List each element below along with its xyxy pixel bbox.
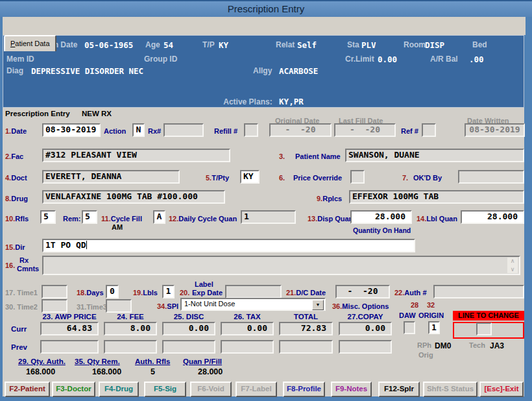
rem-field[interactable]: 5 xyxy=(82,210,97,224)
rx-cmnts-field[interactable]: ∧ ∨ xyxy=(42,256,520,275)
f7-label-button[interactable]: F7-Label xyxy=(236,382,277,397)
f12-splr-button[interactable]: F12-Splr xyxy=(378,382,420,397)
total-header: TOTAL xyxy=(279,313,333,321)
time1-field[interactable] xyxy=(42,285,67,298)
rx-cmnts-label-2: Cmnts xyxy=(17,265,39,273)
origin-field[interactable]: 1 xyxy=(428,321,440,334)
time3-field[interactable] xyxy=(106,299,132,313)
doct-field[interactable]: EVERETT, DEANNA xyxy=(42,170,180,184)
rx-cmnts-label-1: Rx xyxy=(19,256,29,264)
lbl-quan-label: 14.Lbl Quan xyxy=(417,215,457,223)
f5-sig-button[interactable]: F5-Sig xyxy=(144,382,186,397)
lbls-label: 19.Lbls xyxy=(133,289,158,297)
curr-disc-field[interactable]: 0.00 xyxy=(162,322,215,335)
fac-label: 2.Fac xyxy=(5,152,23,160)
f9-notes-button[interactable]: F9-Notes xyxy=(331,382,372,397)
quantity-on-hand-note: Quantity On Hand xyxy=(353,226,411,234)
fac-field[interactable]: #312 PLEASANT VIEW xyxy=(42,149,230,162)
refill-label: Refill # xyxy=(214,127,237,135)
daw-label: DAW xyxy=(399,311,416,319)
scroll-up-icon[interactable]: ∧ xyxy=(511,258,515,265)
chevron-down-icon[interactable]: ▼ xyxy=(312,300,324,310)
curr-tax-field[interactable]: 0.00 xyxy=(221,322,274,335)
time2-field[interactable] xyxy=(42,299,67,313)
curr-fee-field[interactable]: 8.00 xyxy=(104,322,157,335)
f2-patient-button[interactable]: F2-Patient xyxy=(5,382,50,397)
dc-date-field[interactable]: - -20 xyxy=(335,285,390,298)
date-label: 1.Date xyxy=(5,127,27,135)
auth-rfls-value: 5 xyxy=(151,367,155,376)
new-rx-badge: NEW RX xyxy=(82,110,112,117)
refill-field[interactable] xyxy=(244,123,258,137)
prev-disc-field[interactable] xyxy=(162,340,215,354)
auth-number-field[interactable] xyxy=(433,285,524,298)
awp-price-header: 23. AWP PRICE xyxy=(40,313,99,321)
esc-exit-button[interactable]: [Esc]-Exit xyxy=(479,382,524,397)
lbl-quan-field[interactable]: 28.000 xyxy=(461,210,524,224)
sta-value: PLV xyxy=(361,40,376,50)
okd-by-field[interactable] xyxy=(458,170,524,184)
okd-by-label: OK'D By xyxy=(413,174,442,182)
rx-number-field[interactable] xyxy=(163,123,204,137)
ref-number-label: Ref # xyxy=(401,127,418,135)
label-exp-date-field[interactable] xyxy=(225,285,282,298)
fee-header: 24. FEE xyxy=(104,313,157,321)
daw-field[interactable] xyxy=(404,321,415,334)
active-plans-value: KY,PR xyxy=(279,97,304,106)
room-value: DISP xyxy=(425,40,444,50)
date-written-field[interactable]: 08-30-2019 xyxy=(465,123,525,137)
prev-tax-field[interactable] xyxy=(221,340,274,354)
dir-field[interactable]: 1T PO QD xyxy=(42,239,415,252)
quan-pfill-value: 28.000 xyxy=(198,367,223,376)
prev-copay-field[interactable] xyxy=(339,340,392,354)
price-override-field[interactable] xyxy=(350,170,365,184)
action-field[interactable]: N xyxy=(132,123,145,137)
rplcs-field[interactable]: EFFEXOR 100MG TAB xyxy=(349,190,524,204)
days-field[interactable]: 0 xyxy=(106,285,119,298)
tpty-label: 5.T/Pty xyxy=(206,174,229,182)
mem-id-label: Mem ID xyxy=(6,55,34,64)
line-to-change-field[interactable] xyxy=(476,322,492,335)
ref-number-field[interactable] xyxy=(422,123,436,137)
f3-doctor-button[interactable]: F3-Doctor xyxy=(52,382,95,397)
curr-total-field[interactable]: 72.83 xyxy=(279,322,333,335)
label-exp-label-1: Label xyxy=(195,280,213,288)
tab-strip: Patient Data Doctor Data Drug Data Facil… xyxy=(3,17,526,35)
prev-total-field[interactable] xyxy=(279,340,333,354)
days-label: 18.Days xyxy=(77,289,104,297)
patient-name-field[interactable]: SWANSON, DUANE xyxy=(345,149,524,162)
cycle-fill-field[interactable]: A xyxy=(153,210,165,224)
daily-cycle-quan-field[interactable]: 1 xyxy=(241,210,296,224)
prev-awp-field[interactable] xyxy=(40,340,99,354)
origin-number: 32 xyxy=(427,301,435,309)
qty-rem-value: 168.000 xyxy=(92,367,121,376)
spi-dropdown[interactable]: 1-Not Unit Dose ▼ xyxy=(180,298,326,311)
f6-void-button[interactable]: F6-Void xyxy=(190,382,232,397)
date-field[interactable]: 08-30-2019 xyxy=(42,123,101,137)
window-frame-bottom xyxy=(0,396,532,401)
shft-s-status-button[interactable]: Shft-S Status xyxy=(423,382,478,397)
quan-pfill-header: Quan P/Fill xyxy=(183,358,222,365)
relat-value: Self xyxy=(297,40,317,50)
origin-label: ORIGIN xyxy=(418,311,444,319)
disp-quan-field[interactable]: 28.000 xyxy=(350,210,412,224)
cr-limit-value: 0.00 xyxy=(378,55,397,64)
rx-cmnts-scrollbar[interactable]: ∧ ∨ xyxy=(507,258,518,273)
room-label: Room xyxy=(404,40,426,49)
last-fill-date-field[interactable]: - -20 xyxy=(334,123,396,137)
lbls-field[interactable]: 1 xyxy=(162,285,175,298)
original-date-field[interactable]: - -20 xyxy=(269,123,332,137)
rfls-field[interactable]: 5 xyxy=(40,210,56,224)
prev-fee-field[interactable] xyxy=(104,340,157,354)
curr-copay-field[interactable]: 0.00 xyxy=(339,322,392,335)
group-id-label: Group ID xyxy=(144,55,177,64)
tab-patient-data[interactable]: Patient Data xyxy=(4,35,56,51)
curr-awp-field[interactable]: 64.83 xyxy=(40,322,99,335)
drug-field[interactable]: VENLAFAXINE 100MG TAB #100.000 xyxy=(42,190,225,204)
scroll-down-icon[interactable]: ∨ xyxy=(511,266,515,273)
ar-bal-value: .00 xyxy=(469,55,484,64)
tpty-field[interactable]: KY xyxy=(240,170,260,184)
f4-drug-button[interactable]: F4-Drug xyxy=(99,382,139,397)
prev-row-label: Prev xyxy=(11,343,27,351)
f8-profile-button[interactable]: F8-Profile xyxy=(283,382,325,397)
